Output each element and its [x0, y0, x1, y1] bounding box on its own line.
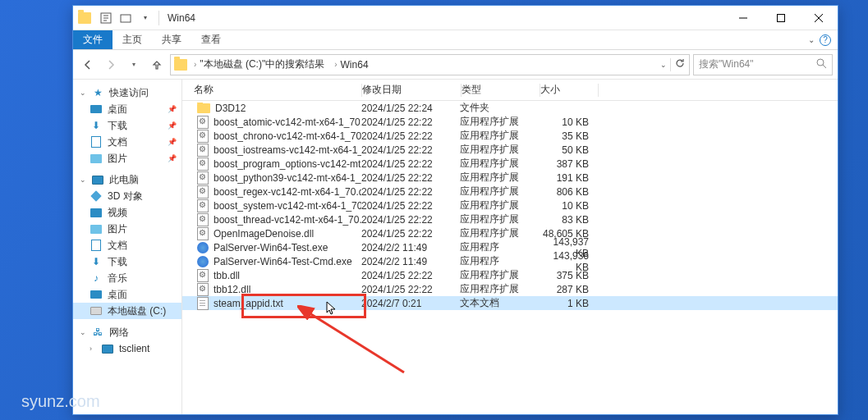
explorer-window: ▾ Win64 文件 主页 共享 查看 ⌄ ? ▾ ›"本地磁盘 (C:)"中的…: [72, 5, 838, 415]
breadcrumb-leaf[interactable]: Win64: [341, 59, 369, 71]
qat-dropdown-icon[interactable]: ▾: [137, 10, 154, 26]
file-row[interactable]: boost_chrono-vc142-mt-x64-1_70.dll2024/1…: [182, 129, 838, 143]
svg-rect-1: [121, 15, 131, 22]
file-name: boost_system-vc142-mt-x64-1_70.dll: [214, 200, 361, 212]
file-type: 应用程序扩展: [460, 143, 538, 157]
file-size: 191 KB: [538, 172, 595, 184]
file-date: 2024/1/25 22:22: [361, 116, 460, 128]
file-row[interactable]: boost_atomic-vc142-mt-x64-1_70.dll2024/1…: [182, 115, 838, 129]
gear-icon: [197, 213, 209, 226]
sidebar-videos[interactable]: 视频: [73, 204, 181, 221]
file-row[interactable]: tbb.dll2024/1/25 22:22应用程序扩展375 KB: [182, 268, 838, 282]
qat-newfolder-icon[interactable]: [117, 10, 134, 26]
col-name[interactable]: 名称: [182, 83, 361, 97]
folder-icon: [197, 103, 210, 113]
file-size: 35 KB: [538, 130, 595, 142]
search-icon[interactable]: [816, 58, 827, 71]
address-bar[interactable]: ›"本地磁盘 (C:)"中的搜索结果 ›Win64 ⌄: [170, 54, 690, 75]
sidebar-tsclient[interactable]: ›tsclient: [73, 340, 181, 357]
file-row[interactable]: OpenImageDenoise.dll2024/1/25 22:22应用程序扩…: [182, 226, 838, 240]
file-name: tbb.dll: [214, 270, 240, 281]
file-name: boost_thread-vc142-mt-x64-1_70.dll: [214, 214, 361, 226]
file-row[interactable]: D3D122024/1/25 22:24文件夹: [182, 101, 838, 115]
up-button[interactable]: [147, 55, 167, 75]
sidebar-pictures[interactable]: 图片📌: [73, 150, 181, 167]
file-type: 应用程序: [460, 254, 538, 268]
breadcrumb-root[interactable]: "本地磁盘 (C:)"中的搜索结果: [200, 57, 324, 71]
file-name: boost_atomic-vc142-mt-x64-1_70.dll: [214, 116, 361, 128]
file-type: 应用程序扩展: [460, 185, 538, 199]
column-headers: 名称 修改日期 类型 大小: [182, 80, 838, 101]
back-button[interactable]: [78, 55, 98, 75]
minimize-button[interactable]: [724, 6, 762, 30]
chevron-right-icon[interactable]: ›: [194, 60, 196, 69]
file-name: boost_program_options-vc142-mt-x6...: [214, 158, 361, 170]
qat-properties-icon[interactable]: [98, 10, 114, 26]
col-size[interactable]: 大小: [540, 83, 598, 97]
file-pane[interactable]: 名称 修改日期 类型 大小 D3D122024/1/25 22:24文件夹boo…: [182, 80, 838, 414]
maximize-button[interactable]: [762, 6, 800, 30]
sidebar-local-disk[interactable]: 本地磁盘 (C:): [73, 303, 181, 319]
file-row[interactable]: steam_appid.txt2024/2/7 0:21文本文档1 KB: [182, 296, 838, 310]
file-row[interactable]: boost_program_options-vc142-mt-x6...2024…: [182, 157, 838, 171]
exe-icon: [197, 256, 209, 267]
sidebar-3d-objects[interactable]: 3D 对象: [73, 188, 181, 204]
chevron-right-icon[interactable]: ›: [334, 60, 337, 69]
gear-icon: [197, 227, 209, 240]
file-date: 2024/1/25 22:22: [361, 228, 460, 240]
sidebar-this-pc[interactable]: ⌄此电脑: [73, 171, 181, 188]
sidebar-quick-access[interactable]: ⌄★快速访问: [73, 84, 181, 101]
col-type[interactable]: 类型: [462, 83, 540, 97]
sidebar-desktop[interactable]: 桌面📌: [73, 101, 181, 117]
file-size: 1 KB: [538, 298, 595, 309]
sidebar-downloads2[interactable]: ⬇下载: [73, 253, 181, 270]
file-row[interactable]: boost_thread-vc142-mt-x64-1_70.dll2024/1…: [182, 212, 838, 226]
file-size: 10 KB: [538, 116, 595, 128]
tab-view[interactable]: 查看: [191, 30, 231, 49]
address-dropdown-icon[interactable]: ⌄: [660, 61, 667, 69]
file-date: 2024/1/25 22:22: [361, 186, 460, 198]
recent-dropdown[interactable]: ▾: [124, 55, 144, 75]
file-name: boost_python39-vc142-mt-x64-1_70.dll: [214, 172, 361, 184]
file-type: 应用程序扩展: [460, 199, 538, 212]
file-row[interactable]: boost_system-vc142-mt-x64-1_70.dll2024/1…: [182, 199, 838, 212]
file-date: 2024/1/25 22:22: [361, 270, 460, 281]
ribbon-expand-icon[interactable]: ⌄: [808, 35, 815, 44]
file-row[interactable]: tbb12.dll2024/1/25 22:22应用程序扩展287 KB: [182, 282, 838, 296]
file-date: 2024/1/25 22:22: [361, 144, 460, 156]
col-date[interactable]: 修改日期: [362, 83, 461, 97]
folder-icon: [174, 59, 187, 71]
forward-button[interactable]: [101, 55, 121, 75]
search-input[interactable]: 搜索"Win64": [693, 54, 833, 75]
tab-share[interactable]: 共享: [152, 30, 191, 49]
sidebar-music[interactable]: ♪音乐: [73, 270, 181, 286]
refresh-icon[interactable]: [674, 57, 686, 71]
titlebar[interactable]: ▾ Win64: [73, 6, 838, 30]
sidebar-pictures2[interactable]: 图片: [73, 221, 181, 237]
gear-icon: [197, 283, 209, 296]
watermark: syunz.com: [21, 392, 100, 411]
gear-icon: [197, 185, 209, 199]
tab-home[interactable]: 主页: [113, 30, 152, 49]
file-type: 应用程序扩展: [460, 226, 538, 240]
file-row[interactable]: boost_iostreams-vc142-mt-x64-1_70...2024…: [182, 143, 838, 157]
file-date: 2024/1/25 22:22: [361, 214, 460, 226]
sidebar-network[interactable]: ⌄🖧网络: [73, 324, 181, 340]
file-row[interactable]: PalServer-Win64-Test.exe2024/2/2 11:49应用…: [182, 240, 838, 254]
file-name: PalServer-Win64-Test.exe: [214, 242, 328, 253]
file-date: 2024/2/7 0:21: [361, 298, 460, 309]
help-icon[interactable]: ?: [820, 34, 831, 46]
file-row[interactable]: PalServer-Win64-Test-Cmd.exe2024/2/2 11:…: [182, 254, 838, 268]
close-button[interactable]: [800, 6, 838, 30]
folder-icon: [78, 12, 91, 24]
sidebar-documents2[interactable]: 文档: [73, 237, 181, 253]
file-row[interactable]: boost_regex-vc142-mt-x64-1_70.dll2024/1/…: [182, 185, 838, 199]
sidebar-downloads[interactable]: ⬇下载📌: [73, 117, 181, 134]
file-row[interactable]: boost_python39-vc142-mt-x64-1_70.dll2024…: [182, 171, 838, 185]
file-type: 应用程序扩展: [460, 157, 538, 171]
gear-icon: [197, 269, 209, 282]
sidebar-documents[interactable]: 文档📌: [73, 134, 181, 150]
tab-file[interactable]: 文件: [73, 30, 113, 49]
file-size: 806 KB: [538, 186, 595, 198]
sidebar-desktop2[interactable]: 桌面: [73, 286, 181, 303]
